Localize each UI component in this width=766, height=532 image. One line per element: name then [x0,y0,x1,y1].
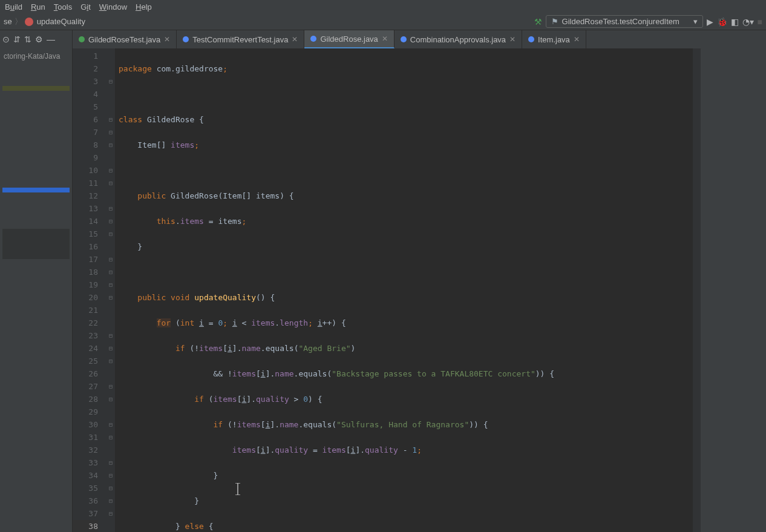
breadcrumb-seg[interactable]: se [4,17,12,26]
right-gutter-panel [701,48,766,532]
close-icon[interactable]: ✕ [509,35,516,44]
close-icon[interactable]: ✕ [292,35,298,44]
tab-combinationapprovals[interactable]: CombinationApprovals.java ✕ [394,30,522,48]
menu-run[interactable]: Run [31,2,45,11]
coverage-icon[interactable]: ◧ [731,17,739,27]
gear-icon[interactable]: ⚙ [35,34,43,44]
editor-tab-bar: ⊙ ⇵ ⇅ ⚙ — GildedRoseTest.java ✕ TestComm… [0,30,766,48]
java-class-icon [79,36,85,42]
method-icon [25,18,33,26]
editor-scrollbar[interactable] [692,48,701,532]
tab-label: GildedRose.java [320,34,378,44]
stop-icon[interactable]: ■ [758,17,762,27]
chevron-right-icon: 〉 [15,16,22,27]
tab-label: Item.java [538,35,570,44]
run-icon[interactable]: ▶ [707,17,713,27]
close-icon[interactable]: ✕ [382,34,388,43]
tab-item[interactable]: Item.java ✕ [522,30,586,48]
menu-window[interactable]: Window [99,2,127,11]
java-class-icon [401,36,407,42]
profile-icon[interactable]: ◔▾ [742,17,754,27]
tab-label: GildedRoseTest.java [88,35,160,44]
run-config-label: GildedRoseTest.testConjuredItem [562,17,679,26]
code-editor[interactable]: 1234567891011121314151617181920212223242… [73,48,701,532]
text-cursor-icon [234,483,242,495]
navigation-bar: se 〉 updateQuality ⚒ ⚑ GildedRoseTest.te… [0,13,766,30]
expand-all-icon[interactable]: ⇵ [13,34,21,44]
code-area[interactable]: package com.gildedrose; class GildedRose… [115,48,692,532]
project-item-selected[interactable] [2,188,70,192]
menu-build[interactable]: Build [5,2,22,11]
run-configuration-selector[interactable]: ⚑ GildedRoseTest.testConjuredItem ▾ [546,15,703,28]
project-root[interactable]: ctoring-Kata/Java [2,51,70,62]
project-item[interactable] [2,229,70,259]
menu-help[interactable]: Help [136,2,152,11]
hide-icon[interactable]: — [47,34,55,44]
project-item[interactable] [2,86,70,91]
java-class-icon [310,36,316,42]
fold-gutter[interactable]: ⊟⊟⊟⊟⊟⊟⊟⊟⊟⊟⊟⊟⊟⊟⊟⊟⊟⊟⊟⊟⊟⊟⊟⊟⊟ [106,48,115,532]
test-icon: ⚑ [551,17,558,26]
close-icon[interactable]: ✕ [164,35,170,44]
collapse-all-icon[interactable]: ⇅ [24,34,31,44]
java-class-icon [528,36,534,42]
menu-tools[interactable]: Tools [54,2,72,11]
java-class-icon [183,36,189,42]
breadcrumb[interactable]: se 〉 updateQuality [4,16,85,27]
tab-gildedrose[interactable]: GildedRose.java ✕ [304,30,394,48]
breadcrumb-seg[interactable]: updateQuality [37,17,85,26]
chevron-down-icon: ▾ [693,17,698,26]
close-icon[interactable]: ✕ [574,35,580,44]
select-opened-icon[interactable]: ⊙ [2,34,10,44]
tab-testcommitrevert[interactable]: TestCommitRevertTest.java ✕ [177,30,304,48]
build-icon[interactable]: ⚒ [534,17,542,27]
main-menu[interactable]: Build Run Tools Git Window Help [0,0,766,13]
debug-icon[interactable]: 🐞 [717,17,727,27]
project-tool-window[interactable]: ctoring-Kata/Java [0,48,73,532]
project-tool-buttons: ⊙ ⇵ ⇅ ⚙ — [0,30,73,48]
tab-gildedrosetest[interactable]: GildedRoseTest.java ✕ [73,30,177,48]
tab-label: TestCommitRevertTest.java [192,35,288,44]
line-number-gutter[interactable]: 1234567891011121314151617181920212223242… [73,48,106,532]
menu-git[interactable]: Git [80,2,91,11]
tab-label: CombinationApprovals.java [410,35,506,44]
